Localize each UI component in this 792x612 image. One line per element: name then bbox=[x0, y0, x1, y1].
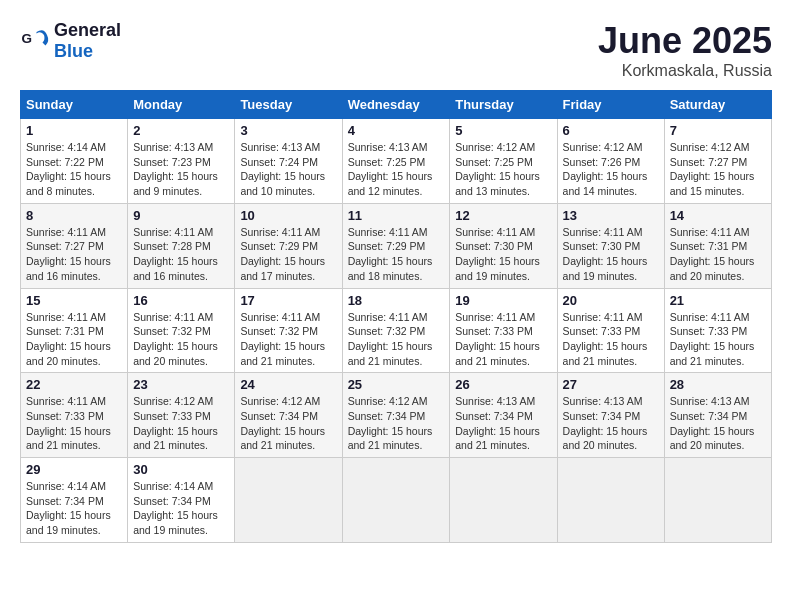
col-wednesday: Wednesday bbox=[342, 91, 450, 119]
table-row: 11 Sunrise: 4:11 AMSunset: 7:29 PMDaylig… bbox=[342, 203, 450, 288]
table-row: 17 Sunrise: 4:11 AMSunset: 7:32 PMDaylig… bbox=[235, 288, 342, 373]
col-monday: Monday bbox=[128, 91, 235, 119]
calendar-header-row: Sunday Monday Tuesday Wednesday Thursday… bbox=[21, 91, 772, 119]
calendar-week-1: 1 Sunrise: 4:14 AMSunset: 7:22 PMDayligh… bbox=[21, 119, 772, 204]
table-row: 25 Sunrise: 4:12 AMSunset: 7:34 PMDaylig… bbox=[342, 373, 450, 458]
table-row-empty bbox=[235, 458, 342, 543]
table-row: 5 Sunrise: 4:12 AMSunset: 7:25 PMDayligh… bbox=[450, 119, 557, 204]
logo-blue: Blue bbox=[54, 41, 93, 61]
table-row-empty bbox=[342, 458, 450, 543]
table-row: 22 Sunrise: 4:11 AMSunset: 7:33 PMDaylig… bbox=[21, 373, 128, 458]
table-row: 6 Sunrise: 4:12 AMSunset: 7:26 PMDayligh… bbox=[557, 119, 664, 204]
table-row: 21 Sunrise: 4:11 AMSunset: 7:33 PMDaylig… bbox=[664, 288, 771, 373]
calendar-week-2: 8 Sunrise: 4:11 AMSunset: 7:27 PMDayligh… bbox=[21, 203, 772, 288]
table-row: 2 Sunrise: 4:13 AMSunset: 7:23 PMDayligh… bbox=[128, 119, 235, 204]
col-tuesday: Tuesday bbox=[235, 91, 342, 119]
logo-icon: G bbox=[20, 26, 50, 56]
month-title: June 2025 bbox=[598, 20, 772, 62]
calendar-week-3: 15 Sunrise: 4:11 AMSunset: 7:31 PMDaylig… bbox=[21, 288, 772, 373]
table-row: 12 Sunrise: 4:11 AMSunset: 7:30 PMDaylig… bbox=[450, 203, 557, 288]
table-row: 18 Sunrise: 4:11 AMSunset: 7:32 PMDaylig… bbox=[342, 288, 450, 373]
table-row: 9 Sunrise: 4:11 AMSunset: 7:28 PMDayligh… bbox=[128, 203, 235, 288]
table-row: 19 Sunrise: 4:11 AMSunset: 7:33 PMDaylig… bbox=[450, 288, 557, 373]
location: Korkmaskala, Russia bbox=[598, 62, 772, 80]
col-friday: Friday bbox=[557, 91, 664, 119]
table-row: 28 Sunrise: 4:13 AMSunset: 7:34 PMDaylig… bbox=[664, 373, 771, 458]
table-row-empty bbox=[450, 458, 557, 543]
col-saturday: Saturday bbox=[664, 91, 771, 119]
col-sunday: Sunday bbox=[21, 91, 128, 119]
table-row: 16 Sunrise: 4:11 AMSunset: 7:32 PMDaylig… bbox=[128, 288, 235, 373]
table-row: 3 Sunrise: 4:13 AMSunset: 7:24 PMDayligh… bbox=[235, 119, 342, 204]
table-row: 14 Sunrise: 4:11 AMSunset: 7:31 PMDaylig… bbox=[664, 203, 771, 288]
table-row: 24 Sunrise: 4:12 AMSunset: 7:34 PMDaylig… bbox=[235, 373, 342, 458]
calendar-week-4: 22 Sunrise: 4:11 AMSunset: 7:33 PMDaylig… bbox=[21, 373, 772, 458]
svg-text:G: G bbox=[22, 31, 33, 46]
table-row: 29 Sunrise: 4:14 AMSunset: 7:34 PMDaylig… bbox=[21, 458, 128, 543]
page-header: G General Blue June 2025 Korkmaskala, Ru… bbox=[20, 20, 772, 80]
table-row: 10 Sunrise: 4:11 AMSunset: 7:29 PMDaylig… bbox=[235, 203, 342, 288]
table-row: 1 Sunrise: 4:14 AMSunset: 7:22 PMDayligh… bbox=[21, 119, 128, 204]
table-row: 20 Sunrise: 4:11 AMSunset: 7:33 PMDaylig… bbox=[557, 288, 664, 373]
calendar-week-5: 29 Sunrise: 4:14 AMSunset: 7:34 PMDaylig… bbox=[21, 458, 772, 543]
table-row: 27 Sunrise: 4:13 AMSunset: 7:34 PMDaylig… bbox=[557, 373, 664, 458]
table-row: 26 Sunrise: 4:13 AMSunset: 7:34 PMDaylig… bbox=[450, 373, 557, 458]
title-block: June 2025 Korkmaskala, Russia bbox=[598, 20, 772, 80]
table-row: 7 Sunrise: 4:12 AMSunset: 7:27 PMDayligh… bbox=[664, 119, 771, 204]
logo: G General Blue bbox=[20, 20, 121, 62]
table-row-empty bbox=[664, 458, 771, 543]
logo-general: General bbox=[54, 20, 121, 40]
table-row: 4 Sunrise: 4:13 AMSunset: 7:25 PMDayligh… bbox=[342, 119, 450, 204]
table-row: 8 Sunrise: 4:11 AMSunset: 7:27 PMDayligh… bbox=[21, 203, 128, 288]
table-row: 13 Sunrise: 4:11 AMSunset: 7:30 PMDaylig… bbox=[557, 203, 664, 288]
table-row-empty bbox=[557, 458, 664, 543]
table-row: 30 Sunrise: 4:14 AMSunset: 7:34 PMDaylig… bbox=[128, 458, 235, 543]
table-row: 15 Sunrise: 4:11 AMSunset: 7:31 PMDaylig… bbox=[21, 288, 128, 373]
calendar-table: Sunday Monday Tuesday Wednesday Thursday… bbox=[20, 90, 772, 543]
col-thursday: Thursday bbox=[450, 91, 557, 119]
table-row: 23 Sunrise: 4:12 AMSunset: 7:33 PMDaylig… bbox=[128, 373, 235, 458]
